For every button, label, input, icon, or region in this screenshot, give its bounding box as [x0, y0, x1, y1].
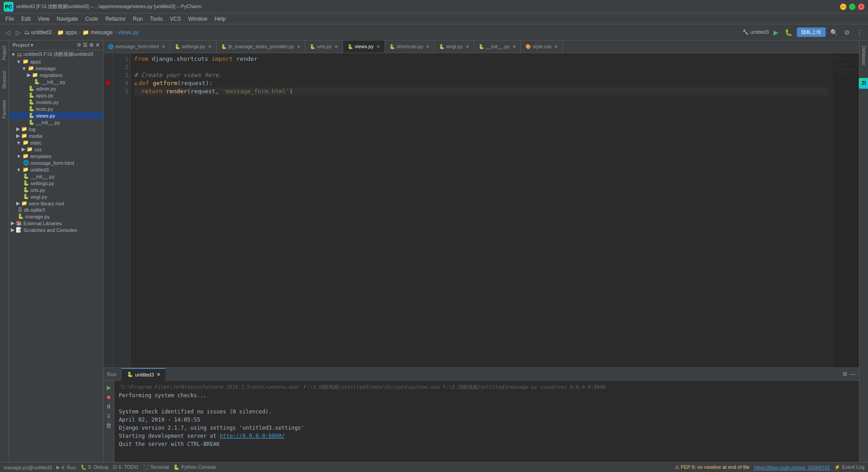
tree-item-settings-py[interactable]: 🐍 settings.py	[9, 180, 103, 186]
menu-code[interactable]: Code	[81, 15, 102, 23]
tree-item-media[interactable]: ▶ 📁 media	[9, 132, 103, 139]
menu-vcs[interactable]: VCS	[166, 15, 185, 23]
event-log-btn[interactable]: ⚡ Event Log	[834, 464, 864, 470]
menu-help[interactable]: Help	[211, 15, 230, 23]
menu-run[interactable]: Run	[129, 15, 146, 23]
tree-icon-settings[interactable]: ⚙	[89, 42, 94, 48]
tab-message-form-html[interactable]: 🌐 message_form.html ✕	[104, 41, 170, 53]
minimize-button[interactable]: —	[840, 4, 846, 10]
menu-view[interactable]: View	[34, 15, 53, 23]
tree-item-init-py2[interactable]: 🐍 __init__.py	[9, 119, 103, 126]
tree-item-log[interactable]: ▶ 📁 log	[9, 126, 103, 132]
database-panel-btn[interactable]: Database	[860, 44, 867, 67]
run-pause-icon[interactable]: ⏸	[106, 403, 112, 410]
menu-window[interactable]: Window	[185, 15, 211, 23]
run-tab-close[interactable]: ✕	[157, 372, 160, 377]
menu-refactor[interactable]: Refactor	[102, 15, 129, 23]
gear-icon[interactable]: ⚙	[842, 28, 852, 37]
py-tab-icon: 🐍	[439, 44, 444, 49]
tab-close-jb[interactable]: ✕	[297, 44, 300, 49]
status-url[interactable]: https://blog.csdn.net/qq_41068742	[754, 465, 830, 470]
nav-search-btn[interactable]: 🔍	[828, 28, 840, 37]
tree-icon-collapse[interactable]: ☰	[83, 42, 87, 48]
tree-item-untitled3-root[interactable]: ▼ 🗂 untitled3 F:\3.优酷视频\untitled3	[9, 50, 103, 58]
code-editor[interactable]: from django.shortcuts import render # Cr…	[131, 53, 832, 368]
zl-badge[interactable]: Zl	[859, 78, 868, 89]
tree-item-apps[interactable]: ▼ 📁 apps	[9, 58, 103, 65]
gutter-line-4[interactable]	[104, 79, 112, 87]
run-scroll-end-icon[interactable]: ⇓	[106, 413, 111, 419]
tree-item-apps-py[interactable]: 🐍 apps.py	[9, 92, 103, 99]
tree-item-external-libs[interactable]: ▶ 📚 External Libraries	[9, 220, 103, 227]
breadcrumb-viewspy[interactable]: views.py	[118, 29, 139, 36]
nav-icon-back[interactable]: ◁	[4, 28, 12, 37]
tree-icon-sync[interactable]: ⟳	[77, 42, 81, 48]
tab-style-css[interactable]: 🎨 style.css ✕	[521, 41, 563, 53]
tab-settings-py[interactable]: 🐍 settings.py ✕	[170, 41, 217, 53]
tree-item-untitled3-folder[interactable]: ▼ 📁 untitled3	[9, 166, 103, 173]
privacy-upload-btn[interactable]: 隐私上传	[797, 27, 826, 37]
tree-item-venv[interactable]: ▶ 📁 venv library root	[9, 200, 103, 207]
nav-more-icon[interactable]: ⋮	[854, 28, 864, 37]
tree-item-static[interactable]: ▼ 📁 static	[9, 139, 103, 146]
tree-item-init-py1[interactable]: 🐍 __init__.py	[9, 78, 103, 85]
nav-run-btn[interactable]: ▶	[772, 28, 780, 37]
minimize-panel-icon[interactable]: —	[850, 371, 855, 377]
tree-item-db-sqlite3[interactable]: 🗄 db.sqlite3	[9, 207, 103, 213]
tree-item-message[interactable]: ▼ 📁 message	[9, 65, 103, 72]
run-clear-icon[interactable]: 🗑	[106, 422, 112, 429]
nav-icon-fwd[interactable]: ▷	[14, 28, 23, 37]
close-button[interactable]: ✕	[858, 4, 864, 10]
vert-tab-structure[interactable]: Structure	[1, 69, 8, 91]
tree-item-scratches[interactable]: ▶ 📝 Scratches and Consoles	[9, 227, 103, 233]
breadcrumb-message[interactable]: 📁 message	[82, 29, 113, 36]
tab-close-init[interactable]: ✕	[512, 44, 516, 49]
tab-close-settings[interactable]: ✕	[208, 44, 212, 49]
tree-item-templates[interactable]: ▼ 📁 templates	[9, 153, 103, 159]
menu-tools[interactable]: Tools	[146, 15, 166, 23]
breadcrumb-apps[interactable]: 📁 apps	[57, 29, 77, 36]
tab-views-py[interactable]: 🐍 views.py ✕	[343, 41, 385, 53]
tab-jb-manage[interactable]: 🐍 jb_manage_tasks_provider.py ✕	[217, 41, 305, 53]
vert-tab-favorites[interactable]: Favorites	[1, 98, 8, 120]
tab-close-urls[interactable]: ✕	[335, 44, 338, 49]
tree-item-tests-py[interactable]: 🐍 tests.py	[9, 105, 103, 112]
run-rerun-icon[interactable]: ▶	[107, 384, 111, 391]
tab-close-wsgi[interactable]: ✕	[466, 44, 469, 49]
status-run-btn[interactable]: ▶ 4: Run	[56, 464, 76, 470]
tree-item-message-form-html[interactable]: 🌐 message_form.html	[9, 159, 103, 166]
tree-item-manage-py[interactable]: 🐍 manage.py	[9, 213, 103, 220]
breadcrumb-project[interactable]: 🗂 untitled3	[24, 29, 52, 36]
run-stop-icon[interactable]: ■	[107, 394, 111, 400]
tree-item-admin-py[interactable]: 🐍 admin.py	[9, 85, 103, 92]
maximize-button[interactable]: □	[849, 4, 855, 10]
tab-close-shortcuts[interactable]: ✕	[426, 44, 429, 49]
tab-wsgi-py[interactable]: 🐍 wsgi.py ✕	[434, 41, 474, 53]
tree-item-migrations[interactable]: ▶ 📁 migrations	[9, 72, 103, 78]
tree-item-urls-py[interactable]: 🐍 urls.py	[9, 186, 103, 193]
tab-run-untitled3[interactable]: 🐍 untitled3 ✕	[122, 368, 166, 381]
tree-item-init-py3[interactable]: 🐍 __init__.py	[9, 173, 103, 180]
tab-urls-py[interactable]: 🐍 urls.py ✕	[305, 41, 343, 53]
tree-icon-close[interactable]: ✕	[95, 42, 99, 48]
menu-navigate[interactable]: Navigate	[53, 15, 81, 23]
dev-server-link[interactable]: http://0.0.0.0:8000/	[220, 433, 285, 439]
vert-tab-project[interactable]: Project	[1, 44, 8, 62]
status-python-console-btn[interactable]: 🐍 Python Console	[173, 464, 216, 470]
status-debug-btn[interactable]: 🐛 5: Debug	[81, 464, 108, 470]
status-todo-btn[interactable]: ☑ 6: TODO	[113, 464, 138, 470]
tab-init-py[interactable]: 🐍 __init__.py ✕	[474, 41, 521, 53]
tab-close-style[interactable]: ✕	[554, 44, 558, 49]
tab-close-message-form[interactable]: ✕	[162, 44, 165, 49]
tree-item-wsgi-py[interactable]: 🐍 wsgi.py	[9, 193, 103, 200]
tree-item-models-py[interactable]: 🐍 models.py	[9, 99, 103, 105]
tree-item-views-py[interactable]: 🐍 views.py	[9, 112, 103, 119]
settings-icon[interactable]: ⚙	[842, 371, 848, 377]
tab-close-views[interactable]: ✕	[376, 44, 380, 49]
menu-edit[interactable]: Edit	[18, 15, 34, 23]
menu-file[interactable]: File	[2, 15, 18, 23]
tree-item-css[interactable]: ▶ 📁 css	[9, 146, 103, 153]
nav-debug-btn[interactable]: 🐛	[783, 28, 794, 37]
tab-shortcuts-py[interactable]: 🐍 shortcuts.py ✕	[385, 41, 434, 53]
status-terminal-btn[interactable]: ⬛ Terminal	[143, 464, 169, 470]
